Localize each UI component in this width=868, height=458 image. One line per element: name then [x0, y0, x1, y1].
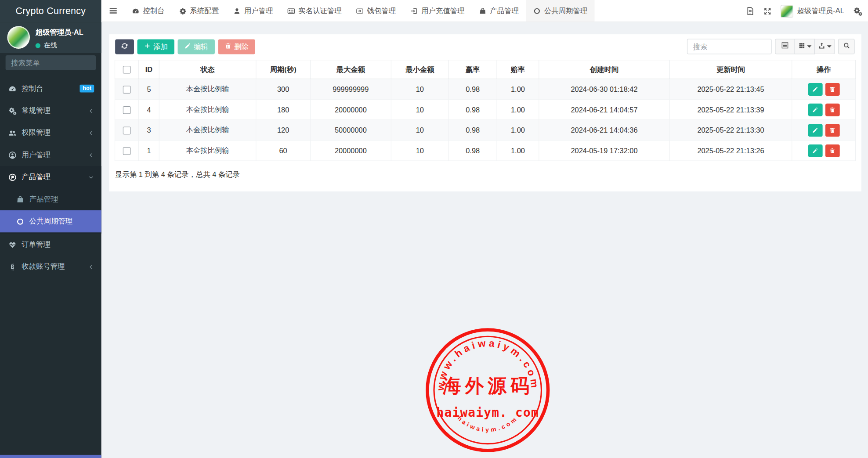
cell-checkbox	[115, 140, 138, 161]
chevron-down-icon	[88, 174, 94, 180]
row-checkbox[interactable]	[123, 126, 131, 134]
cell-status: 本金按比例输	[159, 79, 256, 100]
online-status-label: 在线	[44, 41, 57, 50]
chevron-left-icon	[88, 263, 94, 270]
row-delete-button[interactable]	[825, 103, 839, 116]
row-checkbox[interactable]	[123, 86, 131, 94]
row-edit-button[interactable]	[808, 144, 822, 157]
cell-created_at: 2024-05-19 17:32:00	[539, 140, 669, 161]
edit-button[interactable]: 编辑	[178, 39, 215, 54]
cell-period: 120	[256, 120, 310, 141]
cell-id: 3	[139, 120, 159, 141]
hot-badge: hot	[80, 85, 94, 93]
sidebar-item-收款账号管理[interactable]: 收款账号管理	[0, 256, 101, 278]
col-周期(秒): 周期(秒)	[256, 60, 310, 79]
sidebar-item-用户管理[interactable]: 用户管理	[0, 144, 101, 166]
grid-button-group	[775, 39, 835, 54]
table-summary: 显示第 1 到第 4 条记录，总共 4 条记录	[115, 170, 861, 180]
row-delete-button[interactable]	[825, 144, 839, 157]
tab-钱包管理[interactable]: 钱包管理	[349, 0, 403, 22]
watermark-stamp: www.haiwaiym.com 海外源码 haiwaiym. com haiw…	[424, 327, 551, 454]
fullscreen-icon[interactable]	[763, 7, 772, 15]
search-button[interactable]	[838, 39, 855, 54]
cell-max_amount: 20000000	[310, 140, 391, 161]
menu-label: 控制台	[22, 83, 43, 94]
export-button[interactable]	[815, 39, 835, 54]
menu-label: 用户管理	[22, 150, 51, 160]
col-最小金额: 最小金额	[391, 60, 448, 79]
topbar-user[interactable]: 超级管理员-AL	[781, 5, 844, 18]
bag-icon	[15, 195, 24, 203]
tab-控制台[interactable]: 控制台	[125, 0, 172, 22]
tab-label: 实名认证管理	[298, 6, 341, 16]
tab-实名认证管理[interactable]: 实名认证管理	[280, 0, 349, 22]
chevron-left-icon	[88, 108, 94, 114]
stamp-arc-bottom-text: haiwaiym.com	[456, 415, 519, 433]
row-checkbox[interactable]	[123, 147, 131, 155]
row-edit-button[interactable]	[808, 83, 822, 95]
row-delete-button[interactable]	[825, 83, 839, 95]
cell-checkbox	[115, 79, 138, 100]
cell-odds: 1.00	[497, 79, 539, 100]
menu-label: 产品管理	[22, 172, 51, 182]
document-icon[interactable]	[745, 7, 754, 15]
cell-period: 300	[256, 79, 310, 100]
bag-icon	[479, 7, 487, 15]
stamp-center-cn: 海外源码	[442, 375, 533, 396]
trash-icon	[225, 43, 231, 51]
columns-button[interactable]	[795, 39, 815, 54]
col-创建时间: 创建时间	[539, 60, 669, 79]
table-row: 5本金按比例输300999999999100.981.002024-06-30 …	[115, 79, 855, 100]
cell-odds: 1.00	[497, 99, 539, 120]
cell-min_amount: 10	[391, 120, 448, 141]
id-card-icon	[287, 7, 295, 15]
paging-toggle-button[interactable]	[775, 39, 795, 54]
grid-controls	[687, 39, 855, 54]
tab-label: 公共周期管理	[544, 6, 587, 16]
select-all-checkbox[interactable]	[123, 66, 131, 74]
sidebar-item-权限管理[interactable]: 权限管理	[0, 122, 101, 144]
sidebar-item-订单管理[interactable]: 订单管理	[0, 234, 101, 256]
refresh-button[interactable]	[115, 39, 134, 54]
row-delete-button[interactable]	[825, 124, 839, 137]
cell-checkbox	[115, 99, 138, 120]
sidebar-open-group: 产品管理产品管理公共周期管理	[0, 166, 101, 234]
cell-min_amount: 10	[391, 99, 448, 120]
cell-max_amount: 20000000	[310, 99, 391, 120]
brand-title: Crypto Currency	[0, 0, 101, 22]
refresh-icon	[121, 42, 129, 51]
col-赢率: 赢率	[448, 60, 497, 79]
chevron-left-icon	[88, 130, 94, 136]
sidebar-item-控制台[interactable]: 控制台hot	[0, 77, 101, 99]
tab-公共周期管理[interactable]: 公共周期管理	[526, 0, 594, 22]
delete-button[interactable]: 删除	[218, 39, 255, 54]
row-checkbox[interactable]	[123, 106, 131, 114]
tab-用户管理[interactable]: 用户管理	[226, 0, 280, 22]
tab-系统配置[interactable]: 系统配置	[172, 0, 226, 22]
sidebar-subitem-公共周期管理[interactable]: 公共周期管理	[0, 210, 101, 232]
sidebar-item-常规管理[interactable]: 常规管理	[0, 100, 101, 122]
hamburger-menu-icon[interactable]	[101, 0, 125, 22]
row-edit-button[interactable]	[808, 124, 822, 137]
col-ID: ID	[139, 60, 159, 79]
cell-id: 4	[139, 99, 159, 120]
bitcoin-icon	[8, 263, 17, 271]
settings-cogs-icon[interactable]	[853, 6, 862, 15]
add-button[interactable]: 添加	[137, 39, 174, 54]
cell-id: 1	[139, 140, 159, 161]
sidebar-search-input[interactable]	[6, 59, 113, 67]
export-icon	[818, 42, 825, 52]
cell-max_amount: 999999999	[310, 79, 391, 100]
row-edit-button[interactable]	[808, 103, 822, 116]
tab-用户充值管理[interactable]: 用户充值管理	[403, 0, 471, 22]
topbar-avatar	[781, 5, 793, 18]
cell-status: 本金按比例输	[159, 99, 256, 120]
plus-icon	[144, 43, 151, 51]
col-状态: 状态	[159, 60, 256, 79]
menu-label: 收款账号管理	[22, 262, 65, 272]
table-search-input[interactable]	[687, 39, 772, 54]
sidebar-subitem-产品管理[interactable]: 产品管理	[0, 188, 101, 210]
tab-产品管理[interactable]: 产品管理	[472, 0, 526, 22]
sidebar-item-产品管理[interactable]: 产品管理	[0, 166, 101, 188]
col-操作: 操作	[792, 60, 856, 79]
